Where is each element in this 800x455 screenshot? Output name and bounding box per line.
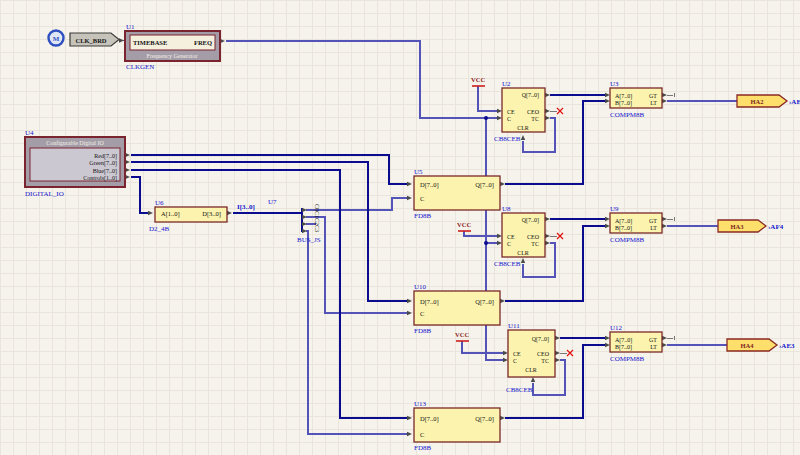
- u1-refdes: U1: [126, 23, 135, 31]
- tag-ha4-label: HA4: [741, 342, 755, 349]
- u9-type: COMPM8B: [610, 236, 645, 244]
- vcc-label: VCC: [457, 221, 471, 228]
- bus-green-u10d[interactable]: [131, 162, 407, 301]
- component-u5-fd8b[interactable]: U5 D[7..0] Q[7..0] C FD8B: [414, 168, 500, 220]
- schematic-canvas[interactable]: VCC VCC VCC M CLK_BRD U1 TIMEBASE FREQ F…: [0, 0, 800, 455]
- component-u6-d2-4b[interactable]: U6 A[1..0] D[3..0] D2_4B: [149, 199, 227, 233]
- tag-clk-brd-label: CLK_BRD: [75, 37, 106, 44]
- u2-pin-clr: CLR: [517, 125, 529, 131]
- u9-pin-a: A[7..0]: [615, 218, 632, 225]
- stub-u9-gt: [667, 217, 674, 221]
- u11-pin-ce: CE: [513, 351, 521, 357]
- u11-pin-q: Q[7..0]: [532, 336, 549, 343]
- u8-refdes: U8: [502, 205, 511, 213]
- u9-pin-gt: GT: [649, 218, 657, 224]
- u5-pin-d: D[7..0]: [420, 181, 439, 189]
- component-u10-fd8b[interactable]: U10 D[7..0] Q[7..0] C FD8B: [414, 283, 500, 335]
- u4-title: Configurable Digital IO: [46, 140, 104, 146]
- wire-c0-u5c[interactable]: [306, 198, 407, 210]
- pin-arrows: [119, 38, 667, 436]
- u5-pin-c: C: [420, 195, 424, 202]
- u11-refdes: U11: [508, 322, 520, 330]
- u8-pin-ceo: CEO: [527, 234, 540, 240]
- tag-ha2[interactable]: HA2 ›AE4: [737, 95, 800, 107]
- bus-label-i: I[3..0]: [237, 203, 255, 211]
- u4-refdes: U4: [25, 129, 34, 137]
- u10-refdes: U10: [414, 283, 427, 291]
- tag-ha2-label: HA2: [751, 98, 764, 105]
- u4-type: DIGITAL_IO: [25, 190, 64, 198]
- component-u7-bus-js[interactable]: I[3..0] U7 BUS_JS C0 C1 C2 C3: [237, 198, 321, 244]
- tag-ha3[interactable]: HA3 ›AF4: [718, 220, 784, 232]
- u6-refdes: U6: [155, 199, 164, 207]
- u13-pin-c: C: [420, 431, 424, 438]
- u3-pin-a: A[7..0]: [615, 93, 632, 100]
- u6-pin-d: D[3..0]: [202, 210, 221, 218]
- wire-freq-clock[interactable]: [226, 41, 497, 118]
- u6-type: D2_4B: [149, 225, 170, 233]
- module-icon-letter: M: [53, 35, 60, 43]
- u2-pin-tc: TC: [531, 116, 539, 122]
- wire-c1-u10c[interactable]: [306, 217, 407, 313]
- u1-pin-timebase: TIMEBASE: [133, 39, 167, 46]
- wire-vcc-u11ce[interactable]: [462, 341, 503, 353]
- component-u3-compm8b[interactable]: U3 A[7..0] B[7..0] GT LT COMPM8B: [610, 80, 662, 119]
- component-u8-cb8ceb[interactable]: U8 Q[7..0] CE C CEO TC CLR CB8CEB: [494, 205, 545, 268]
- component-u13-fd8b[interactable]: U13 D[7..0] Q[7..0] C FD8B: [414, 400, 500, 452]
- net-label-ae4: ›AE4: [789, 98, 800, 106]
- net-label-c3: C3: [314, 225, 320, 232]
- u12-pin-lt: LT: [650, 344, 657, 350]
- u5-type: FD8B: [414, 212, 431, 220]
- u12-refdes: U12: [610, 324, 623, 332]
- u9-pin-lt: LT: [650, 225, 657, 231]
- tag-ha4[interactable]: HA4 ›AE3: [727, 339, 795, 351]
- u2-pin-c: C: [507, 116, 511, 122]
- u9-refdes: U9: [610, 205, 619, 213]
- vcc-symbol-u8[interactable]: VCC: [457, 221, 471, 231]
- u5-pin-q: Q[7..0]: [475, 181, 494, 189]
- wire-c3-u13c[interactable]: [306, 231, 407, 434]
- u13-type: FD8B: [414, 444, 431, 452]
- vcc-symbol-u2[interactable]: VCC: [471, 76, 485, 86]
- component-u4-digital-io[interactable]: U4 Configurable Digital IO Red[7..0] Gre…: [25, 129, 125, 198]
- u4-pin-blue: Blue[7..0]: [93, 168, 117, 175]
- u2-pin-ceo: CEO: [527, 109, 540, 115]
- wire-vcc-u2ce[interactable]: [478, 86, 497, 111]
- u3-pin-b: B[7..0]: [615, 100, 632, 107]
- net-label-ae3: ›AE3: [779, 342, 795, 350]
- vcc-label: VCC: [455, 331, 469, 338]
- net-label-c0: C0: [314, 204, 320, 211]
- u2-refdes: U2: [502, 80, 511, 88]
- u1-title: Frequency Generator: [147, 53, 198, 59]
- stub-u12-gt: [667, 336, 674, 340]
- u3-type: COMPM8B: [610, 111, 645, 119]
- u12-pin-b: B[7..0]: [615, 344, 632, 351]
- component-u9-compm8b[interactable]: U9 A[7..0] B[7..0] GT LT COMPM8B: [610, 205, 662, 244]
- component-u2-cb8ceb[interactable]: U2 Q[7..0] CE C CEO TC CLR CB8CEB: [494, 80, 545, 143]
- u8-pin-c: C: [507, 241, 511, 247]
- u3-refdes: U3: [610, 80, 619, 88]
- u8-type: CB8CEB: [494, 260, 521, 268]
- u3-pin-lt: LT: [650, 100, 657, 106]
- u11-pin-c: C: [513, 358, 517, 364]
- u8-pin-tc: TC: [531, 241, 539, 247]
- u11-type: CB8CEB: [506, 386, 533, 394]
- component-u11-cb8ceb[interactable]: U11 Q[7..0] CE C CEO TC CLR CB8CEB: [506, 322, 555, 394]
- tag-clk-brd[interactable]: CLK_BRD: [70, 33, 119, 46]
- u7-type: BUS_JS: [297, 236, 321, 244]
- u10-pin-q: Q[7..0]: [475, 298, 494, 306]
- bus-controls-u6[interactable]: [131, 177, 148, 213]
- u7-refdes: U7: [268, 198, 277, 206]
- u11-pin-clr: CLR: [525, 367, 537, 373]
- u1-type: CLKGEN: [126, 63, 154, 71]
- vcc-symbol-u11[interactable]: VCC: [455, 331, 469, 341]
- u4-pin-red: Red[7..0]: [94, 153, 117, 160]
- u12-pin-a: A[7..0]: [615, 337, 632, 344]
- component-u12-compm8b[interactable]: U12 A[7..0] B[7..0] GT LT COMPM8B: [610, 324, 662, 363]
- module-icon[interactable]: M: [49, 31, 64, 46]
- u8-pin-clr: CLR: [517, 250, 529, 256]
- net-label-af4: ›AF4: [768, 223, 784, 231]
- stub-u3-gt: [667, 93, 674, 97]
- component-u1-clkgen[interactable]: U1 TIMEBASE FREQ Frequency Generator CLK…: [125, 23, 220, 71]
- u10-pin-d: D[7..0]: [420, 298, 439, 306]
